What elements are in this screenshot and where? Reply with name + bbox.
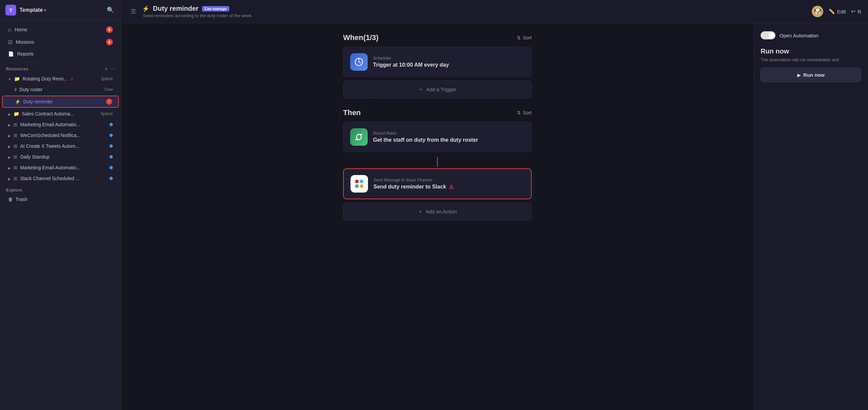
can-manage-badge: Can manage [202,6,229,11]
chevron-down-icon: ▾ [44,8,46,12]
workspace-name-label[interactable]: Template ▾ [20,7,46,13]
add-action-button[interactable]: ＋ Add an Action [343,203,532,220]
blue-status-dot6 [110,177,113,180]
folder-icon2 [13,111,19,117]
grid-icon: ⊞ [13,122,18,127]
workspace-avatar: T [5,5,16,15]
round-robin-desc: Get the staff on duty from the duty rost… [373,137,525,143]
search-button[interactable]: 🔍 [105,5,116,15]
tree-item-daily-standup[interactable]: ⊞ Daily Standup [2,152,119,162]
sidebar-item-reports[interactable]: Reports [2,49,119,59]
undo-icon: ↩ [851,8,856,14]
tree-item-marketing-email-2[interactable]: ⊞ Marketing Email Automatio... [2,163,119,173]
flow-area: When(1/3) ⇅ Sort [121,23,753,410]
tree-item-marketing-email-1[interactable]: ⊞ Marketing Email Automatio... [2,120,119,130]
sidebar-item-home[interactable]: Home 6 [2,24,119,36]
resources-add-button[interactable]: + [104,66,107,72]
scheduler-desc: Trigger at 10:00 AM every day [373,62,525,68]
run-now-section: Run now The automation will run immediat… [761,48,861,82]
when-header: When(1/3) ⇅ Sort [343,33,532,42]
topbar-info: Duty reminder Can manage Send reminders … [142,5,251,18]
open-automation-row: Open Automation [761,31,861,39]
collapse-icon7 [8,165,11,170]
svg-rect-7 [360,185,363,188]
scheduler-card[interactable]: Scheduler Trigger at 10:00 AM every day [343,47,532,77]
scheduler-label: Scheduler [373,56,525,61]
open-automation-toggle[interactable] [761,31,775,39]
collapse-icon3 [8,122,11,127]
open-automation-label: Open Automation [779,33,818,38]
then-sort-button[interactable]: ⇅ Sort [517,110,532,116]
folder-icon [14,76,20,82]
user-avatar: 🐶 [812,6,823,17]
blue-status-dot [110,123,113,126]
home-badge: 6 [106,26,113,33]
grid-icon4: ⊞ [13,154,18,160]
main-area: ☰ Duty reminder Can manage Send reminder… [121,0,868,410]
svg-point-3 [359,58,360,59]
plus-icon2: ＋ [418,208,423,215]
grid-icon2: ⊞ [13,133,18,138]
tree-item-wecom[interactable]: ⊞ WeComScheduled Notifica... [2,130,119,140]
slack-card-desc: Send duty reminder to Slack ⚠ [373,184,524,190]
when-sort-button[interactable]: ⇅ Sort [517,35,532,40]
home-icon [8,27,11,33]
resources-more-button[interactable]: ··· [111,66,115,72]
collapse-icon5 [8,144,11,149]
right-panel: Open Automation Run now The automation w… [753,23,868,410]
svg-rect-6 [355,185,359,188]
collapse-icon6 [8,154,11,160]
svg-rect-5 [360,180,363,183]
reports-icon [8,51,14,57]
round-robin-label: Round Robin [373,131,525,136]
play-icon [797,72,801,78]
tree-item-sales-contract[interactable]: Sales Contract Automa... 6piece [2,109,119,119]
tree-item-ai-create[interactable]: ⊞ AI Create X Tweets Autom... [2,141,119,151]
svg-line-2 [359,62,361,63]
sort-icon: ⇅ [517,35,521,40]
grid-icon3: ⊞ [13,144,18,149]
tree-item-slack-channel[interactable]: ⊞ Slack Channel Scheduled ... [2,174,119,184]
duty-reminder-icon [142,5,150,12]
scheduler-icon [350,53,368,71]
topbar: ☰ Duty reminder Can manage Send reminder… [121,0,868,23]
tree-item-trash[interactable]: Trash [2,194,119,204]
collapse-icon8 [8,176,11,181]
hash-icon: # [14,87,17,92]
when-section: When(1/3) ⇅ Sort [343,33,532,102]
collapse-icon [8,111,11,117]
topbar-right: 🐶 ✏️ Edit ↩ R [812,6,861,17]
slack-error-icon: ⚠ [449,184,454,190]
missions-icon [8,39,12,45]
blue-status-dot2 [110,134,113,137]
grid-icon6: ⊞ [13,176,18,181]
collapse-icon4 [8,133,11,138]
run-now-title: Run now [761,48,861,55]
edit-button[interactable]: ✏️ Edit [829,8,846,14]
undo-button[interactable]: ↩ R [851,8,861,14]
tree-item-rotating-duty[interactable]: Rotating Duty Remi... 2piece [2,74,119,84]
content-area: When(1/3) ⇅ Sort [121,23,868,410]
toggle-sidebar-button[interactable]: ☰ [128,6,139,17]
sidebar-item-missions[interactable]: Missions 6 [2,36,119,48]
slack-icon [350,175,368,193]
blue-status-dot5 [110,166,113,169]
tree-item-duty-roster[interactable]: # Duty roster 7row [2,85,119,95]
tree-item-duty-reminder[interactable]: ⚡ Duty reminder ! [2,96,119,108]
run-now-button[interactable]: Run now [761,68,861,82]
sidebar: T Template ▾ 🔍 Home 6 Missions 6 [0,0,121,410]
then-header: Then ⇅ Sort [343,108,532,117]
plus-icon: ＋ [418,86,423,93]
then-title: Then [343,108,361,117]
sidebar-header-left: T Template ▾ [5,5,46,15]
then-section: Then ⇅ Sort [343,108,532,224]
blue-status-dot3 [110,145,113,148]
blue-status-dot4 [110,155,113,159]
svg-rect-4 [355,180,359,183]
resources-header: Resources + ··· [0,63,121,73]
slack-card[interactable]: Send Message to Slack Channel Send duty … [343,168,532,199]
round-robin-card[interactable]: Round Robin Get the staff on duty from t… [343,122,532,152]
lightning-icon: ⚡ [15,99,21,104]
add-trigger-button[interactable]: ＋ Add a Trigger [343,81,532,98]
grid-icon5: ⊞ [13,165,18,170]
